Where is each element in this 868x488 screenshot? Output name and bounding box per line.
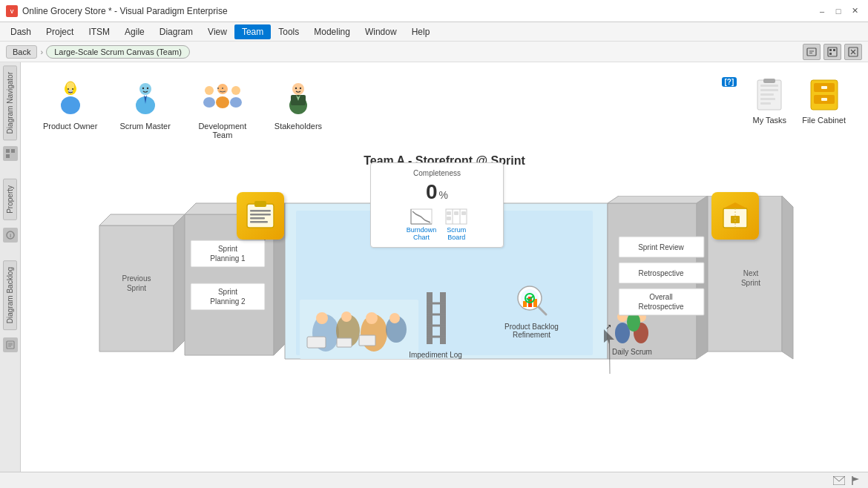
svg-rect-4 — [829, 49, 832, 51]
menu-itsm[interactable]: ITSM — [81, 24, 117, 39]
svg-rect-48 — [763, 79, 775, 83]
product-backlog-refinement[interactable]: Product Backlog Refinement — [504, 281, 559, 339]
menu-agile[interactable]: Agile — [117, 24, 152, 39]
svg-rect-88 — [337, 338, 352, 347]
breadcrumb-icon-1[interactable] — [803, 44, 821, 60]
svg-text:Sprint: Sprint — [127, 284, 146, 292]
svg-rect-87 — [307, 337, 326, 348]
svg-text:Retrospective: Retrospective — [638, 269, 684, 277]
status-flag-icon[interactable] — [849, 474, 862, 487]
my-tasks-icon — [752, 77, 787, 113]
breadcrumb-icon-3[interactable] — [844, 44, 862, 60]
window-controls: – □ ✕ — [815, 4, 862, 19]
sidebar-icon-1[interactable] — [3, 146, 18, 161]
menu-modeling[interactable]: Modeling — [306, 24, 358, 39]
sidebar-tab-property[interactable]: Property — [3, 179, 17, 220]
svg-rect-52 — [821, 86, 827, 89]
svg-text:Retrospective: Retrospective — [638, 303, 684, 311]
product-owner-icon — [50, 77, 91, 119]
breadcrumb-current-page: Large-Scale Scrum Canvas (Team) — [46, 45, 190, 59]
tool-my-tasks[interactable]: My Tasks — [752, 77, 787, 125]
svg-text:Daily Scrum: Daily Scrum — [612, 348, 652, 356]
sidebar-icon-3[interactable] — [3, 337, 18, 352]
svg-rect-89 — [359, 335, 375, 346]
breadcrumb-tools — [803, 44, 862, 60]
canvas: Product Owner — [21, 62, 868, 389]
burndown-chart-link[interactable]: BurndownChart — [407, 208, 437, 241]
svg-rect-130 — [447, 217, 451, 220]
sidebar-tab-diagram-navigator[interactable]: Diagram Navigator — [3, 65, 17, 140]
svg-rect-43 — [760, 85, 778, 87]
gold-box-backlog[interactable] — [237, 192, 284, 240]
status-email-icon[interactable] — [832, 474, 846, 487]
file-cabinet-label: File Cabinet — [802, 116, 846, 125]
window-title: Online Grocery Store * - Visual Paradigm… — [22, 6, 810, 16]
svg-point-84 — [366, 312, 378, 324]
scrum-board-link[interactable]: ScrumBoard — [445, 208, 467, 241]
minimize-button[interactable]: – — [815, 4, 829, 19]
sidebar-tab-diagram-backlog[interactable]: Diagram Backlog — [3, 260, 17, 330]
tool-file-cabinet[interactable]: File Cabinet — [802, 77, 846, 125]
gold-box-delivery[interactable] — [711, 192, 759, 240]
stakeholders-label: Stakeholders — [274, 122, 322, 131]
svg-point-41 — [300, 88, 301, 89]
svg-rect-6 — [829, 53, 832, 55]
svg-marker-66 — [782, 196, 793, 359]
role-development-team[interactable]: Development Team — [193, 77, 252, 139]
board-area: Previous Sprint Next Sprint Sprint Plann… — [88, 196, 800, 374]
role-stakeholders[interactable]: Stakeholders — [274, 77, 322, 131]
role-scrum-master[interactable]: Scrum Master — [119, 77, 170, 131]
svg-point-82 — [341, 311, 352, 322]
svg-rect-114 — [250, 210, 271, 212]
svg-text:Impediment Log: Impediment Log — [409, 351, 462, 359]
menu-help[interactable]: Help — [404, 24, 438, 39]
svg-text:Next: Next — [743, 269, 759, 277]
svg-point-32 — [216, 96, 229, 108]
svg-rect-2 — [807, 48, 816, 56]
menu-bar: Dash Project ITSM Agile Diagram View Tea… — [0, 22, 868, 42]
menu-view[interactable]: View — [200, 24, 234, 39]
role-product-owner[interactable]: Product Owner — [43, 77, 97, 131]
svg-point-30 — [203, 97, 215, 108]
development-team-label: Development Team — [193, 122, 252, 139]
svg-rect-3 — [828, 47, 837, 56]
top-icons-row: Product Owner — [43, 77, 846, 139]
menu-window[interactable]: Window — [358, 24, 404, 39]
sidebar-icon-2[interactable]: i — [3, 228, 18, 243]
svg-point-34 — [230, 97, 242, 108]
svg-rect-5 — [833, 49, 835, 51]
completeness-value: 0 — [426, 180, 438, 204]
maximize-button[interactable]: □ — [831, 4, 846, 19]
scrum-master-icon — [125, 77, 166, 119]
svg-text:V: V — [10, 9, 14, 14]
my-tasks-label: My Tasks — [752, 116, 786, 125]
svg-text:↗: ↗ — [605, 323, 611, 331]
svg-rect-115 — [250, 214, 271, 216]
menu-dash[interactable]: Dash — [3, 24, 39, 39]
breadcrumb-arrow-icon: › — [40, 47, 43, 56]
file-cabinet-icon — [806, 77, 842, 113]
help-badge[interactable]: [?] — [722, 77, 737, 87]
menu-diagram[interactable]: Diagram — [152, 24, 200, 39]
svg-point-40 — [295, 88, 297, 89]
svg-rect-112 — [247, 204, 274, 228]
svg-text:Sprint: Sprint — [218, 245, 237, 253]
menu-team[interactable]: Team — [234, 24, 271, 39]
svg-point-28 — [146, 88, 148, 89]
title-bar: V Online Grocery Store * - Visual Paradi… — [0, 0, 868, 22]
svg-point-27 — [142, 88, 143, 89]
breadcrumb-back-button[interactable]: Back — [6, 45, 37, 59]
menu-project[interactable]: Project — [39, 24, 81, 39]
right-tools: [?] — [722, 77, 846, 125]
breadcrumb-icon-2[interactable] — [823, 44, 841, 60]
svg-rect-44 — [760, 89, 778, 91]
svg-point-36 — [222, 88, 223, 89]
svg-point-80 — [316, 312, 328, 324]
svg-line-138 — [539, 307, 546, 314]
svg-text:i: i — [9, 232, 10, 239]
stakeholders-icon — [277, 77, 319, 119]
close-button[interactable]: ✕ — [847, 4, 862, 19]
svg-text:Overall: Overall — [649, 293, 673, 301]
menu-tools[interactable]: Tools — [271, 24, 306, 39]
svg-rect-53 — [821, 98, 827, 101]
